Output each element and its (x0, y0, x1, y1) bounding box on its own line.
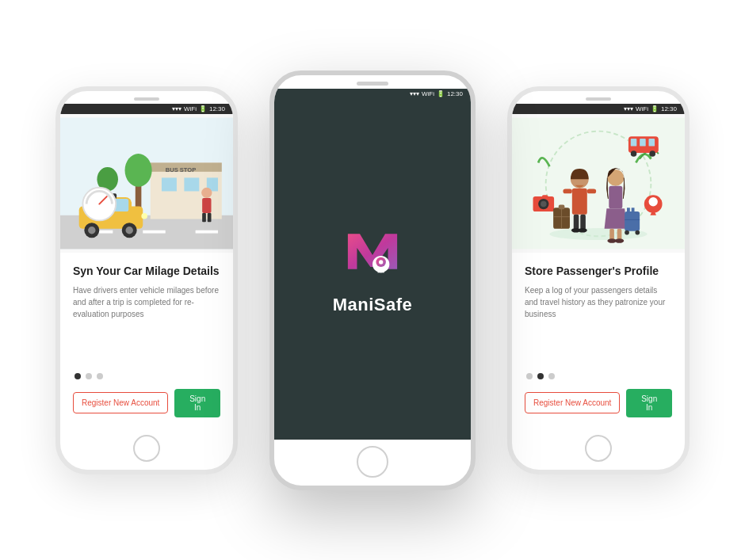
center-status-icons: ▾▾▾ WiFi 🔋 12:30 (410, 90, 463, 97)
svg-rect-51 (563, 189, 571, 193)
app-logo (341, 223, 404, 287)
svg-rect-67 (625, 211, 640, 231)
svg-rect-64 (617, 228, 622, 239)
left-feature-content: Syn Your Car Milage Details Have drivers… (60, 253, 233, 429)
right-feature-desc: Keep a log of your passengers details an… (525, 284, 672, 365)
svg-rect-68 (627, 208, 630, 213)
center-speaker (357, 82, 388, 86)
left-status-icons: ▾▾▾ WiFi 🔋 12:30 (172, 105, 225, 112)
svg-rect-50 (572, 188, 587, 214)
svg-rect-8 (162, 177, 177, 191)
center-wifi-icon: WiFi (422, 90, 434, 97)
left-feature-desc: Have drivers enter vehicle milages befor… (73, 284, 220, 365)
right-speaker (586, 97, 611, 101)
right-phone-top (512, 91, 685, 104)
left-register-button[interactable]: Register New Account (73, 392, 168, 413)
center-home-button[interactable] (357, 446, 388, 478)
svg-rect-54 (580, 214, 586, 229)
left-phone-top (60, 91, 233, 104)
right-status-bar: ▾▾▾ WiFi 🔋 12:30 (512, 104, 685, 114)
right-time: 12:30 (661, 105, 677, 112)
svg-point-41 (631, 150, 637, 157)
svg-rect-63 (609, 228, 614, 239)
svg-point-12 (125, 154, 152, 187)
dot-3 (97, 373, 103, 379)
right-feature-title: Store Passenger's Profile (525, 264, 672, 278)
left-phone-bottom (60, 429, 233, 470)
left-home-button[interactable] (133, 435, 160, 462)
svg-rect-4 (196, 230, 218, 233)
right-buttons: Register New Account Sign In (525, 389, 672, 421)
right-battery-icon: 🔋 (651, 105, 659, 112)
svg-point-27 (201, 187, 212, 197)
center-phone: ▾▾▾ WiFi 🔋 12:30 (269, 70, 476, 490)
svg-rect-46 (542, 195, 548, 199)
svg-point-48 (649, 197, 658, 206)
left-buttons: Register New Account Sign In (73, 389, 220, 421)
left-status-bar: ▾▾▾ WiFi 🔋 12:30 (60, 104, 233, 114)
svg-rect-52 (587, 189, 596, 193)
phones-container: ▾▾▾ WiFi 🔋 12:30 (16, 11, 729, 550)
svg-rect-30 (208, 212, 212, 221)
left-signin-button[interactable]: Sign In (174, 389, 220, 417)
right-signin-button[interactable]: Sign In (626, 389, 672, 417)
center-phone-bottom (274, 440, 471, 486)
right-register-button[interactable]: Register New Account (525, 392, 620, 413)
center-phone-top (274, 75, 471, 89)
logo-container: ManiSafe (333, 223, 413, 315)
center-signal-icon: ▾▾▾ (410, 90, 419, 97)
battery-icon: 🔋 (199, 105, 207, 112)
left-illustration: BUS STOP (60, 114, 233, 253)
left-speaker (134, 97, 159, 101)
svg-point-71 (625, 230, 629, 234)
svg-rect-40 (649, 139, 655, 146)
svg-rect-62 (609, 185, 622, 208)
svg-rect-28 (202, 197, 211, 212)
svg-rect-53 (574, 214, 579, 229)
right-phone-bottom (512, 429, 685, 470)
svg-rect-38 (631, 139, 637, 146)
right-signal-icon: ▾▾▾ (624, 105, 633, 112)
svg-point-56 (578, 227, 586, 232)
svg-rect-29 (202, 212, 206, 221)
right-wifi-icon: WiFi (636, 105, 648, 112)
svg-point-42 (649, 150, 655, 157)
dot-1 (74, 373, 81, 379)
left-dots (73, 373, 220, 379)
right-dot-3 (548, 373, 555, 379)
svg-text:BUS STOP: BUS STOP (166, 166, 197, 173)
svg-rect-9 (184, 177, 199, 191)
svg-rect-39 (640, 139, 646, 146)
right-dot-2 (537, 373, 544, 379)
left-feature-title: Syn Your Car Milage Details (73, 264, 220, 278)
right-illustration (512, 114, 685, 253)
app-name: ManiSafe (333, 295, 413, 315)
svg-point-22 (125, 227, 132, 234)
svg-point-45 (541, 200, 547, 207)
right-dot-1 (526, 373, 533, 379)
left-phone: ▾▾▾ WiFi 🔋 12:30 (55, 86, 238, 474)
signal-icon: ▾▾▾ (172, 105, 181, 112)
right-status-icons: ▾▾▾ WiFi 🔋 12:30 (624, 105, 677, 112)
splash-screen: ManiSafe (274, 99, 471, 440)
left-time: 12:30 (209, 105, 225, 112)
right-home-button[interactable] (585, 435, 612, 462)
right-feature-screen: Store Passenger's Profile Keep a log of … (512, 114, 685, 429)
center-battery-icon: 🔋 (437, 90, 445, 97)
right-dots (525, 373, 672, 379)
svg-rect-3 (143, 230, 165, 233)
right-screen: Store Passenger's Profile Keep a log of … (512, 114, 685, 429)
left-screen: BUS STOP (60, 114, 233, 429)
svg-point-25 (141, 212, 147, 219)
svg-point-72 (635, 230, 640, 234)
wifi-icon: WiFi (184, 105, 197, 112)
svg-point-66 (615, 238, 624, 243)
right-phone: ▾▾▾ WiFi 🔋 12:30 (507, 86, 690, 474)
svg-rect-69 (632, 208, 635, 213)
svg-point-33 (379, 260, 383, 264)
svg-point-20 (88, 227, 95, 234)
left-feature-screen: BUS STOP (60, 114, 233, 429)
right-feature-content: Store Passenger's Profile Keep a log of … (512, 253, 685, 429)
center-status-bar: ▾▾▾ WiFi 🔋 12:30 (274, 89, 471, 99)
center-time: 12:30 (447, 90, 463, 97)
